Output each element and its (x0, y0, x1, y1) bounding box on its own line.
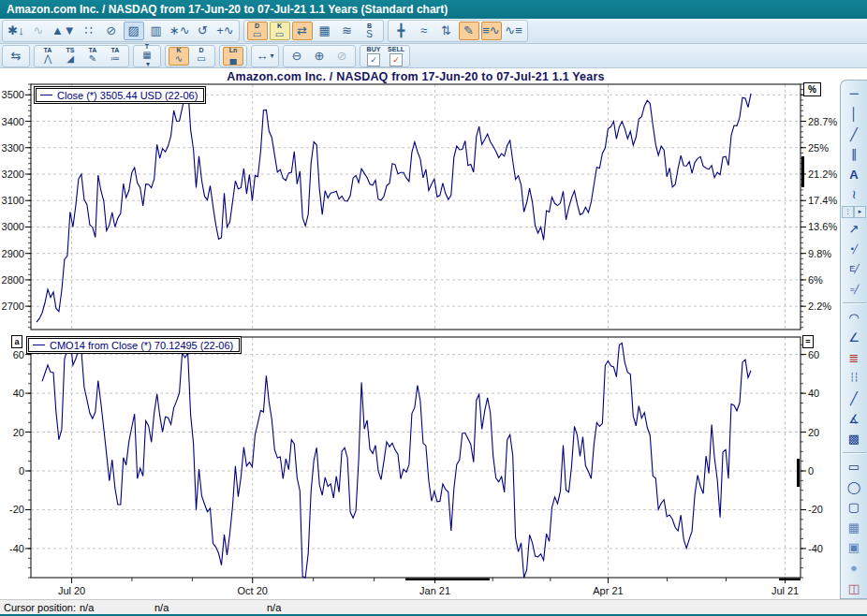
pane-auto-button[interactable]: a (11, 335, 22, 348)
toolbar-group: TA⋀TS◢TA✎TA≔ (34, 45, 129, 67)
area-chart-icon[interactable]: ▨ (124, 22, 144, 40)
ray-icon[interactable]: ╱ (843, 389, 865, 408)
fit-vertical-icon[interactable]: ⇅ (436, 22, 457, 40)
line-chart-toggle-icon[interactable]: K∿ (169, 47, 189, 66)
ta-indicators-icon[interactable]: TA⋀ (37, 47, 58, 66)
buy-sell-signals-icon[interactable]: BS (360, 22, 380, 40)
box-3d-icon[interactable]: ◫ (843, 579, 865, 597)
filled-rectangle-icon[interactable]: ▦ (843, 519, 865, 537)
bar-width-icon[interactable]: ↔▾ (255, 47, 275, 66)
add-curve-icon[interactable]: +∿ (215, 22, 236, 40)
refresh-icon[interactable]: ⇆ (6, 47, 26, 66)
price-legend[interactable]: Close (*) 3505.44 USD (22-06) (34, 86, 206, 104)
price-pane-left-tick-label: 3300 (2, 142, 24, 154)
indicator-list-icon[interactable]: ≡∿ (481, 22, 502, 40)
autoscale-icon[interactable]: ⇄ (292, 22, 313, 40)
gann-grid-icon[interactable]: ▩ (843, 430, 865, 448)
objects-list-icon[interactable]: ∿≡ (504, 22, 524, 40)
ta-draw-icon[interactable]: TA✎ (82, 47, 103, 66)
draw-pencil-icon[interactable]: ✎ (459, 22, 479, 40)
curve-icon[interactable]: ≀ (843, 185, 865, 204)
sidebar-mini-controls: ⋮▸ (842, 206, 866, 218)
candle-period-icon[interactable]: K▭ (270, 22, 290, 40)
fibonacci-arcs-icon[interactable]: ◠ (843, 308, 865, 327)
cmo-pane-left-tick-label: -20 (9, 504, 24, 515)
toolbar-group: T▦▾ (133, 45, 161, 67)
toolbar-group: ⇆ (2, 45, 30, 67)
panel-next-icon[interactable]: ▸ (854, 206, 866, 218)
ellipse-icon[interactable]: ◯ (843, 477, 865, 496)
x-tick-label: Oct 20 (238, 585, 268, 596)
overlay-lines-icon[interactable]: ≋ (337, 22, 358, 40)
cmo-pane-left-tick-label: -40 (9, 543, 24, 554)
text-icon[interactable]: A (843, 166, 865, 184)
price-pane-left-tick-label: 2700 (2, 301, 24, 312)
zoom-out-icon[interactable]: ⊖ (287, 47, 307, 66)
zoom-in-icon[interactable]: ⊕ (309, 47, 330, 66)
speed-lines-icon[interactable]: ∡ (843, 409, 865, 428)
price-line-swatch (40, 95, 52, 95)
cmo-legend-text: CMO14 from Close (*) 70.12495 (22-06) (50, 340, 233, 351)
price-legend-text: Close (*) 3505.44 USD (22-06) (57, 90, 198, 101)
daily-period-icon[interactable]: D▭ (247, 22, 268, 40)
erase-objects-icon[interactable]: ⊘ (101, 22, 122, 40)
cursor-value-2: n/a (154, 602, 169, 613)
ts-systems-icon[interactable]: TS◢ (60, 47, 81, 66)
price-pane-right-tick-label: 17.4% (808, 195, 837, 206)
template-icon[interactable]: T▦▾ (137, 47, 157, 66)
grid-toggle-icon[interactable]: ▦ (315, 22, 335, 40)
marked-trend-icon[interactable]: •╱ (843, 240, 865, 258)
parallel-channel-icon[interactable]: ∥ (843, 145, 865, 164)
zigzag-icon[interactable]: ≈ (414, 22, 434, 40)
price-pane-right-tick-label: 2.2% (808, 301, 831, 312)
cursor-position-label: Cursor position: (4, 602, 76, 613)
percent-axis-button[interactable]: % (803, 82, 821, 96)
marker-line-icon[interactable]: ∗∿ (169, 22, 191, 40)
rectangle-icon[interactable]: ▭ (843, 458, 865, 477)
rounded-rectangle-icon[interactable]: ▢ (843, 498, 865, 517)
horizontal-line-icon[interactable]: ─ (843, 84, 865, 103)
regression-line-icon[interactable]: ↗ (843, 220, 865, 239)
trend-tool-disabled-icon[interactable]: ∿ (28, 22, 49, 40)
toolbar-group: ╋≈⇅✎≡∿∿≡ (388, 20, 528, 42)
log-scale-icon[interactable]: Ln▄ (223, 47, 243, 66)
x-axis-grip-2 (779, 579, 801, 581)
insert-data-icon[interactable]: ✱↓ (6, 22, 26, 40)
cmo-pane-left-tick-label: 60 (13, 349, 24, 360)
cmo-legend[interactable]: CMO14 from Close (*) 70.12495 (22-06) (26, 336, 242, 354)
equidistant-channel-icon[interactable]: =╱ (843, 281, 865, 300)
fibonacci-retracement-icon[interactable]: ≣ (843, 349, 865, 368)
ta-settings-icon[interactable]: TA≔ (105, 47, 125, 66)
vertical-line-icon[interactable]: │ (843, 105, 865, 124)
bar-chart-toggle-icon[interactable]: D▭ (191, 47, 212, 66)
cmo-pane-right-tick-label: 40 (808, 388, 819, 399)
zoom-reset-icon[interactable]: ⊘ (331, 47, 352, 66)
panel-collapse-icon[interactable]: ⋮ (842, 206, 854, 218)
toolbar-group: ↔▾ (251, 45, 279, 67)
crosshair-icon[interactable]: ╋ (391, 22, 412, 40)
price-pane-left-tick-label: 3200 (2, 169, 24, 180)
price-pane-right-tick-label: 9.8% (808, 248, 831, 259)
fibonacci-timezones-icon[interactable]: ┆┆ (843, 369, 865, 388)
x-tick-label: Jan 21 (419, 585, 450, 596)
pane-scale-button[interactable]: = (802, 335, 814, 348)
x-tick-label: Jul 21 (771, 585, 799, 596)
filled-rounded-rectangle-icon[interactable]: ▣ (843, 538, 865, 557)
filled-ellipse-icon[interactable]: ● (843, 559, 865, 578)
linked-objects-icon[interactable]: ∷ (79, 22, 99, 40)
histogram-icon[interactable]: ▥ (146, 22, 167, 40)
trendline-icon[interactable]: ╱ (843, 125, 865, 143)
price-pane-right-tick-label: 21.2% (808, 169, 837, 180)
sell-order-icon[interactable]: SELL✓ (386, 47, 406, 66)
price-pane-right-tick-label: 25% (808, 142, 829, 154)
fibonacci-fan-icon[interactable]: ∠ (843, 329, 865, 347)
price-axis-grip (801, 156, 804, 187)
chart-canvas[interactable]: 35003400330032003100300029002800270028.7… (0, 68, 839, 599)
signal-arrows-chart-icon[interactable]: ▲▼ (51, 22, 77, 40)
reload-history-icon[interactable]: ↺ (193, 22, 213, 40)
toolbar-group: Ln▄ (219, 45, 247, 67)
cmo-pane-right-tick-label: -20 (808, 504, 823, 515)
error-channel-icon[interactable]: E╱ (843, 260, 865, 279)
sidebar-divider (843, 302, 866, 304)
buy-order-icon[interactable]: BUY✓ (363, 47, 384, 66)
